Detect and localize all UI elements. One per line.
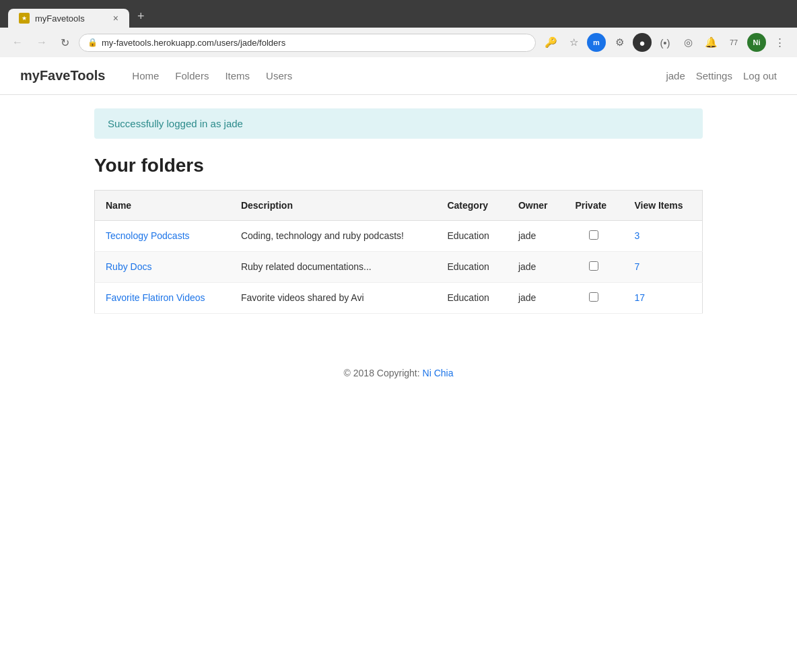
private-checkbox-1[interactable] xyxy=(589,261,598,271)
number-icon: 77 xyxy=(724,33,743,52)
folder-name-cell: Favorite Flatiron Videos xyxy=(95,283,230,314)
folder-link-flatiron[interactable]: Favorite Flatiron Videos xyxy=(106,292,205,303)
key-icon[interactable]: 🔑 xyxy=(541,33,560,52)
circle-icon[interactable]: ◎ xyxy=(679,33,697,52)
nav-links: Home Folders Items Users xyxy=(132,70,666,81)
table-header-row: Name Description Category Owner Private … xyxy=(95,191,703,221)
view-count-2[interactable]: 17 xyxy=(634,292,645,303)
folder-description-cell: Favorite videos shared by Avi xyxy=(230,283,437,314)
nav-home[interactable]: Home xyxy=(132,70,159,81)
nav-folders[interactable]: Folders xyxy=(175,70,209,81)
folder-description-cell: Ruby related documentations... xyxy=(230,252,437,283)
col-category: Category xyxy=(436,191,507,221)
folder-category-cell: Education xyxy=(436,221,507,252)
app-nav: myFaveTools Home Folders Items Users jad… xyxy=(0,57,797,95)
rss-icon[interactable]: (•) xyxy=(656,33,674,52)
nav-username: jade xyxy=(666,70,685,81)
back-button[interactable]: ← xyxy=(8,34,27,51)
folder-link-ruby[interactable]: Ruby Docs xyxy=(106,261,151,272)
folder-view-items-cell: 7 xyxy=(623,252,702,283)
col-owner: Owner xyxy=(508,191,565,221)
bookmark-icon[interactable]: ☆ xyxy=(564,33,583,52)
toolbar-actions: 🔑 ☆ m ⚙ ● (•) ◎ 🔔 77 Ni ⋮ xyxy=(541,33,789,52)
folder-owner-cell: jade xyxy=(508,283,565,314)
browser-tabs: ★ myFavetools × + xyxy=(8,5,789,28)
view-count-0[interactable]: 3 xyxy=(634,230,639,241)
tab-title: myFavetools xyxy=(35,13,85,24)
user-avatar[interactable]: Ni xyxy=(747,33,766,52)
footer: © 2018 Copyright: Ni Chia xyxy=(94,354,703,392)
table-row: Ruby Docs Ruby related documentations...… xyxy=(95,252,703,283)
folder-link-tecnology[interactable]: Tecnology Podcasts xyxy=(106,230,190,241)
browser-toolbar: ← → ↻ 🔒 my-favetools.herokuapp.com/users… xyxy=(0,28,797,57)
notification-icon[interactable]: 🔔 xyxy=(701,33,720,52)
address-bar[interactable]: 🔒 my-favetools.herokuapp.com/users/jade/… xyxy=(79,34,536,52)
folder-owner-cell: jade xyxy=(508,252,565,283)
view-count-1[interactable]: 7 xyxy=(634,261,639,272)
table-row: Favorite Flatiron Videos Favorite videos… xyxy=(95,283,703,314)
col-description: Description xyxy=(230,191,437,221)
folder-category-cell: Education xyxy=(436,252,507,283)
col-view-items: View Items xyxy=(623,191,702,221)
main-content: Successfully logged in as jade Your fold… xyxy=(0,95,797,405)
footer-author-link[interactable]: Ni Chia xyxy=(423,368,454,378)
private-checkbox-2[interactable] xyxy=(589,292,598,302)
nav-logout[interactable]: Log out xyxy=(743,70,777,81)
folder-view-items-cell: 3 xyxy=(623,221,702,252)
folder-owner-cell: jade xyxy=(508,221,565,252)
success-alert: Successfully logged in as jade xyxy=(94,108,703,139)
reload-button[interactable]: ↻ xyxy=(57,34,73,52)
url-text: my-favetools.herokuapp.com/users/jade/fo… xyxy=(102,38,285,48)
settings-icon[interactable]: ⚙ xyxy=(610,33,629,52)
tab-close-button[interactable]: × xyxy=(113,13,118,24)
profile-m-icon[interactable]: m xyxy=(587,33,606,52)
folder-private-cell xyxy=(564,221,623,252)
browser-icon[interactable]: ● xyxy=(633,33,652,52)
col-name: Name xyxy=(95,191,230,221)
table-row: Tecnology Podcasts Coding, technology an… xyxy=(95,221,703,252)
lock-icon: 🔒 xyxy=(88,38,98,47)
nav-users[interactable]: Users xyxy=(266,70,292,81)
table-body: Tecnology Podcasts Coding, technology an… xyxy=(95,221,703,314)
alert-message: Successfully logged in as jade xyxy=(108,118,243,129)
folder-private-cell xyxy=(564,252,623,283)
more-options-icon[interactable]: ⋮ xyxy=(770,33,789,52)
nav-settings[interactable]: Settings xyxy=(696,70,732,81)
footer-copyright: © 2018 Copyright: xyxy=(344,368,423,378)
folder-name-cell: Tecnology Podcasts xyxy=(95,221,230,252)
tab-favicon: ★ xyxy=(19,13,30,24)
folder-category-cell: Education xyxy=(436,283,507,314)
table-header: Name Description Category Owner Private … xyxy=(95,191,703,221)
forward-button[interactable]: → xyxy=(32,34,51,51)
folder-name-cell: Ruby Docs xyxy=(95,252,230,283)
folder-description-cell: Coding, technology and ruby podcasts! xyxy=(230,221,437,252)
col-private: Private xyxy=(564,191,623,221)
browser-chrome: ★ myFavetools × + xyxy=(0,0,797,28)
nav-right: jade Settings Log out xyxy=(666,70,777,81)
folders-table: Name Description Category Owner Private … xyxy=(94,190,703,314)
new-tab-button[interactable]: + xyxy=(131,5,151,28)
folder-view-items-cell: 17 xyxy=(623,283,702,314)
folder-private-cell xyxy=(564,283,623,314)
private-checkbox-0[interactable] xyxy=(589,230,598,240)
active-tab: ★ myFavetools × xyxy=(8,9,129,28)
app-logo: myFaveTools xyxy=(20,68,105,83)
nav-items[interactable]: Items xyxy=(225,70,250,81)
page-title: Your folders xyxy=(94,155,703,176)
